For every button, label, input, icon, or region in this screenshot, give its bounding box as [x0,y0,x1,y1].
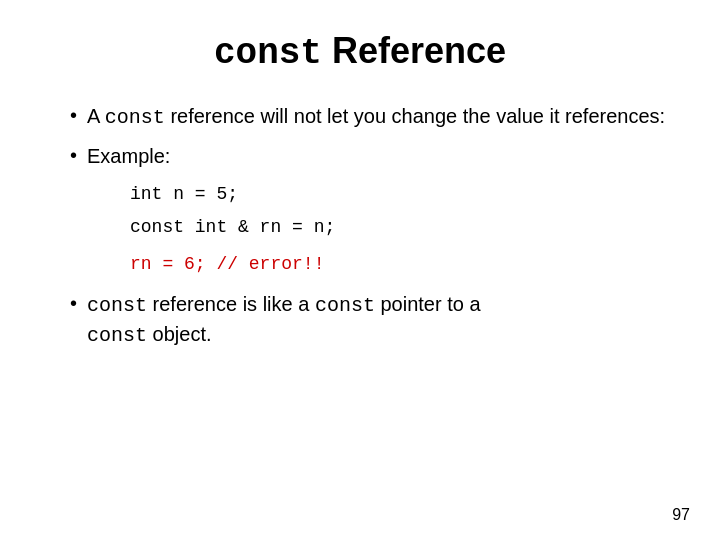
bullet-2-text: Example: [87,142,670,170]
bullet-dot-2: • [70,144,77,167]
slide: const Reference • A const reference will… [0,0,720,540]
bullet-1-text-before: A [87,105,105,127]
title-code: const [214,33,322,74]
bullet-1: • A const reference will not let you cha… [70,102,670,132]
bullet-3-code3: const [87,324,147,347]
bullet-dot-3: • [70,292,77,315]
bullet-2: • Example: [70,142,670,170]
page-number: 97 [672,506,690,524]
bullet-3-text3: object. [147,323,211,345]
bullet-3-text2: pointer to a [375,293,481,315]
bullet-3-code2: const [315,294,375,317]
code-line-1: int n = 5; [130,180,670,209]
bullet-1-code: const [105,106,165,129]
bullet-1-text-after: reference will not let you change the va… [165,105,665,127]
bullet-3-code1: const [87,294,147,317]
bullet-dot-1: • [70,104,77,127]
code-error-line: rn = 6; // error!! [130,250,670,279]
bullet-3: • const reference is like a const pointe… [70,290,670,350]
slide-title: const Reference [50,30,670,74]
title-text: Reference [322,30,506,71]
bullet-3-text1: reference is like a [147,293,315,315]
code-line-2: const int & rn = n; [130,213,670,242]
bullet-1-text: A const reference will not let you chang… [87,102,670,132]
bullet-3-text: const reference is like a const pointer … [87,290,670,350]
content-area: • A const reference will not let you cha… [50,102,670,350]
